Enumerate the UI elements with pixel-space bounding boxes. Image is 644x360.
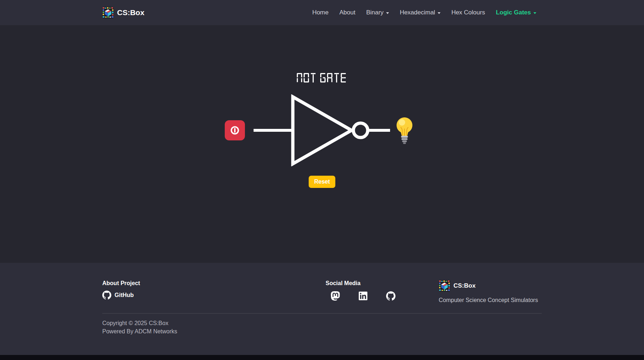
github-social-link[interactable]	[386, 291, 395, 301]
chevron-down-icon	[386, 12, 389, 14]
social-icons-row	[326, 291, 398, 301]
nav-item-logic-gates[interactable]: Logic Gates	[491, 6, 542, 19]
github-icon	[386, 291, 395, 301]
nav-menu: Home About Binary Hexadecimal Hex Colour…	[307, 6, 542, 19]
footer-social-column: Social Media	[326, 280, 398, 301]
brand-link[interactable]: CS:Box	[102, 7, 144, 18]
footer-about-column: About Project GitHub	[102, 280, 326, 300]
power-off-icon	[229, 125, 240, 136]
csbox-logo-icon	[102, 7, 114, 18]
input-toggle-button[interactable]	[225, 120, 245, 140]
mastodon-icon	[331, 291, 340, 301]
chevron-down-icon	[438, 12, 440, 14]
linkedin-link[interactable]	[359, 292, 367, 300]
copyright-block: Copyright © 2025 CS:Box Powered By ADCM …	[102, 319, 542, 336]
footer: About Project GitHub Social Media	[0, 263, 644, 355]
github-link-label: GitHub	[115, 292, 134, 298]
nav-item-home[interactable]: Home	[307, 6, 334, 19]
github-repo-link[interactable]: GitHub	[102, 291, 326, 300]
lightbulb-on-icon	[396, 116, 413, 145]
nav-item-hexadecimal[interactable]: Hexadecimal	[394, 6, 446, 19]
nav-item-hex-colours[interactable]: Hex Colours	[446, 6, 491, 19]
mastodon-link[interactable]	[331, 291, 340, 301]
chevron-down-icon	[533, 12, 536, 14]
github-icon	[102, 291, 111, 300]
not-gate-diagram	[249, 94, 393, 166]
bottom-strip	[0, 355, 644, 360]
copyright-text: Copyright © 2025 CS:Box	[102, 319, 542, 328]
footer-divider	[102, 313, 542, 314]
nav-item-binary[interactable]: Binary	[361, 6, 394, 19]
navbar: CS:Box Home About Binary Hexadecimal Hex…	[0, 0, 644, 25]
footer-brand[interactable]: CS:Box	[439, 280, 542, 292]
main-content: Reset	[0, 25, 644, 263]
reset-button[interactable]: Reset	[309, 176, 335, 188]
inversion-bubble	[353, 123, 368, 138]
not-gate-simulator	[225, 94, 419, 166]
csbox-logo-icon	[439, 280, 450, 292]
footer-tagline: Computer Science Concept Simulators	[439, 297, 542, 303]
footer-brand-text: CS:Box	[453, 282, 475, 289]
powered-by-text: Powered By ADCM Networks	[102, 328, 542, 336]
linkedin-icon	[359, 292, 367, 300]
about-project-heading: About Project	[102, 280, 326, 287]
gate-triangle	[293, 97, 352, 164]
social-media-heading: Social Media	[326, 280, 398, 287]
gate-title	[297, 73, 348, 83]
brand-text: CS:Box	[117, 8, 144, 17]
footer-brand-column: CS:Box Computer Science Concept Simulato…	[439, 280, 542, 303]
nav-item-about[interactable]: About	[334, 6, 361, 19]
